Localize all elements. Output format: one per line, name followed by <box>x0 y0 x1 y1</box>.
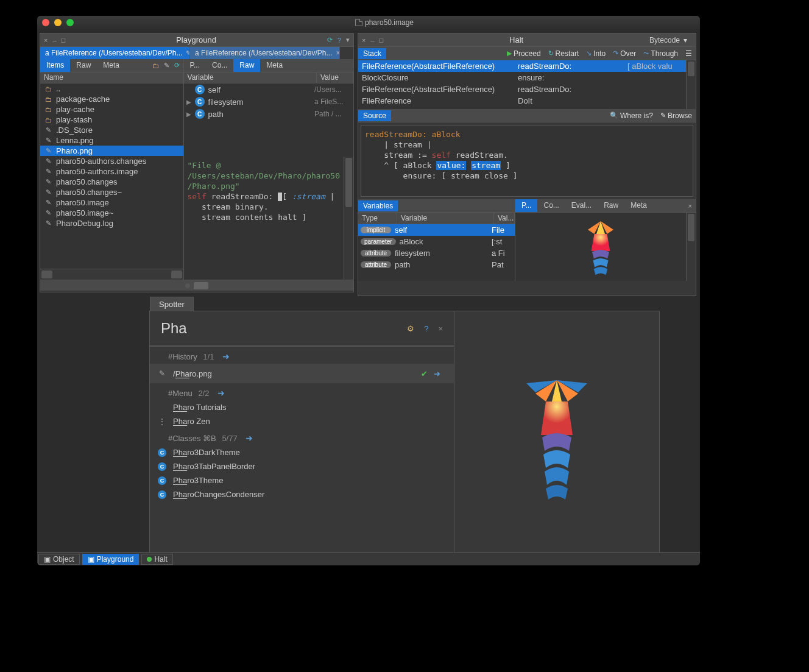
column-name[interactable]: Name <box>40 73 183 83</box>
proceed-button[interactable]: ▶Proceed <box>503 49 545 58</box>
expand-icon[interactable]: ▶ <box>186 111 195 118</box>
file-row[interactable]: ✎.DS_Store <box>40 125 183 135</box>
tab-p[interactable]: P... <box>515 199 537 212</box>
file-row[interactable]: ✎pharo50.image~ <box>40 208 183 218</box>
minimize-icon[interactable]: – <box>52 37 56 44</box>
taskbar-item-playground[interactable]: ▣ Playground <box>82 554 140 565</box>
close-icon[interactable] <box>42 19 49 26</box>
pencil-icon[interactable]: ✎ <box>164 62 169 69</box>
browse-button[interactable]: ✎Browse <box>657 111 696 120</box>
column-variable[interactable]: Variable <box>184 73 317 83</box>
help-icon[interactable]: ? <box>424 324 428 333</box>
through-button[interactable]: ⤳Through <box>640 49 682 58</box>
playground-tab-1[interactable]: a FileReference (/Users/esteban/Dev/Ph..… <box>190 47 340 59</box>
close-icon[interactable]: × <box>688 202 692 210</box>
vscrollbar[interactable] <box>344 157 353 280</box>
tab-meta[interactable]: Meta <box>260 59 289 72</box>
zoom-icon[interactable] <box>66 19 74 26</box>
spotter-results[interactable]: #History 1/1 ➜✎/Pharo.png✔➜#Menu 2/2 ➜ P… <box>150 347 454 565</box>
tab-meta[interactable]: Meta <box>624 199 653 212</box>
tab-raw[interactable]: Raw <box>598 199 624 212</box>
expand-icon[interactable]: ▶ <box>186 99 195 105</box>
close-icon[interactable]: × <box>336 49 340 57</box>
halt-titlebar[interactable]: × – □ Halt Bytecode▾ <box>358 34 696 47</box>
variable-row[interactable]: implicitselfFile <box>358 224 515 236</box>
file-row[interactable]: ✎pharo50.changes <box>40 177 183 187</box>
vscrollbar[interactable] <box>686 60 696 109</box>
playground-code[interactable]: "File @ /Users/esteban/Dev/Pharo/pharo50… <box>184 157 344 280</box>
file-row[interactable]: ✎pharo50-authors.image <box>40 166 183 177</box>
variable-row[interactable]: attributefilesystema Fi <box>358 247 515 259</box>
chevron-down-icon[interactable]: ▾ <box>346 36 350 44</box>
spotter-item[interactable]: CPharo3TabPanelBorder <box>150 459 454 473</box>
stack-row[interactable]: FileReference(AbstractFileReference)read… <box>358 60 686 72</box>
stack-list[interactable]: FileReference(AbstractFileReference)read… <box>358 60 686 109</box>
tab-p[interactable]: P... <box>184 59 206 72</box>
variable-row[interactable]: Cself/Users... <box>184 83 353 96</box>
tab-meta[interactable]: Meta <box>97 59 125 72</box>
file-row[interactable]: ✎pharo50.changes~ <box>40 187 183 197</box>
variable-list[interactable]: Cself/Users...▶Cfilesystema FileS...▶Cpa… <box>184 83 353 157</box>
taskbar-item-object[interactable]: ▣ Object <box>38 554 80 565</box>
check-icon[interactable]: ✔ <box>421 369 428 378</box>
tab-items[interactable]: Items <box>40 59 70 72</box>
file-row[interactable]: ✎PharoDebug.log <box>40 218 183 228</box>
tab-raw[interactable]: Raw <box>70 59 97 72</box>
column-value[interactable]: Value <box>317 73 353 83</box>
spotter-item[interactable]: Pharo Tutorials <box>150 400 454 414</box>
maximize-icon[interactable]: □ <box>380 37 384 44</box>
minimize-icon[interactable] <box>54 19 62 26</box>
variable-list[interactable]: implicitselfFileparameteraBlock[:stattri… <box>358 224 515 281</box>
file-row[interactable]: ✎Pharo.png <box>40 146 183 156</box>
close-icon[interactable]: × <box>438 324 443 333</box>
stack-row[interactable]: BlockClosureensure: <box>358 72 686 83</box>
spotter-search[interactable]: Pha ⚙ ? × <box>150 311 454 347</box>
playground-titlebar[interactable]: × – □ Playground ⟳ ? ▾ <box>40 34 353 47</box>
gear-icon[interactable]: ⚙ <box>407 324 414 333</box>
taskbar-item-halt[interactable]: Halt <box>141 554 172 565</box>
file-row[interactable]: ✎pharo50.image <box>40 197 183 208</box>
close-icon[interactable]: × <box>44 37 48 44</box>
variable-row[interactable]: parameteraBlock[:st <box>358 236 515 247</box>
into-button[interactable]: ↘Into <box>582 49 609 58</box>
maximize-icon[interactable]: □ <box>62 37 66 44</box>
close-icon[interactable]: × <box>362 37 366 44</box>
column-type[interactable]: Type <box>358 213 397 224</box>
playground-pager[interactable] <box>40 280 353 291</box>
spotter-item[interactable]: ⋮Pharo Zen <box>150 414 454 428</box>
spotter-item[interactable]: CPharo3DarkTheme <box>150 445 454 459</box>
spotter-item[interactable]: CPharo3Theme <box>150 473 454 487</box>
menu-icon[interactable]: ☰ <box>682 49 696 58</box>
file-row[interactable]: 🗀package-cache <box>40 94 183 104</box>
file-row[interactable]: 🗀play-stash <box>40 115 183 125</box>
refresh-icon[interactable]: ⟳ <box>174 62 180 69</box>
tab-co[interactable]: Co... <box>537 199 565 212</box>
playground-tab-0[interactable]: a FileReference (/Users/esteban/Dev/Ph..… <box>40 47 190 59</box>
file-row[interactable]: 🗀play-cache <box>40 104 183 115</box>
variable-row[interactable]: attributepathPat <box>358 259 515 271</box>
variable-row[interactable]: ▶CpathPath / ... <box>184 108 353 120</box>
stack-row[interactable]: FileReferenceDoIt <box>358 95 686 107</box>
hscrollbar[interactable] <box>40 269 183 280</box>
tab-eval[interactable]: Eval... <box>565 199 598 212</box>
file-list[interactable]: 🗀..🗀package-cache🗀play-cache🗀play-stash✎… <box>40 83 183 269</box>
go-icon[interactable]: ➜ <box>434 369 440 378</box>
file-row[interactable]: ✎Lenna.png <box>40 135 183 146</box>
minimize-icon[interactable]: – <box>370 37 374 44</box>
go-icon[interactable]: ➜ <box>217 388 225 398</box>
spotter-item[interactable]: CPharoChangesCondenser <box>150 487 454 501</box>
over-button[interactable]: ↷Over <box>609 49 640 58</box>
file-row[interactable]: ✎pharo50-authors.changes <box>40 156 183 166</box>
go-icon[interactable]: ➜ <box>222 352 230 361</box>
vscrollbar[interactable] <box>686 213 696 281</box>
variable-row[interactable]: ▶Cfilesystema FileS... <box>184 96 353 108</box>
refresh-icon[interactable]: ⟳ <box>327 36 333 44</box>
spotter-item[interactable]: ✎/Pharo.png✔➜ <box>150 364 454 383</box>
search-input[interactable]: Pha <box>161 320 407 337</box>
help-icon[interactable]: ? <box>337 37 341 44</box>
go-icon[interactable]: ➜ <box>246 433 253 443</box>
tab-raw[interactable]: Raw <box>233 59 260 72</box>
stack-row[interactable]: FileReference(AbstractFileReference)read… <box>358 83 686 95</box>
bytecode-menu[interactable]: Bytecode▾ <box>649 36 692 44</box>
restart-button[interactable]: ↻Restart <box>545 49 583 58</box>
